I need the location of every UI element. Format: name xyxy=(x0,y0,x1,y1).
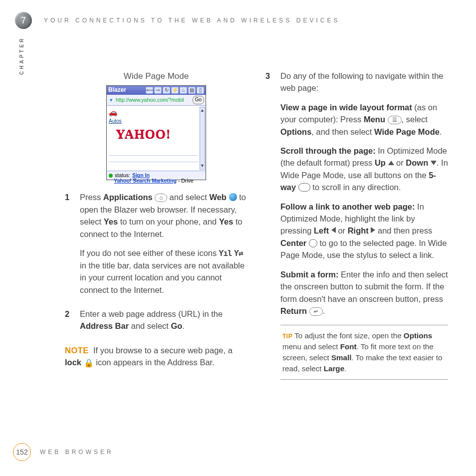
step-3-intro: Do any of the following to navigate with… xyxy=(280,70,448,94)
signal-arrows-icon: Ƴ⇄ xyxy=(234,248,242,258)
tip-box: TIP To adjust the font size, open the Op… xyxy=(280,325,448,380)
step-1: 1 Press Applications ⌂ and select Web to… xyxy=(65,191,247,303)
marketing-line: Yahoo! Search Marketing - Drive xyxy=(109,177,199,185)
page-header: YOUR CONNECTIONS TO THE WEB AND WIRELESS… xyxy=(44,17,340,24)
right-column: 3 Do any of the following to navigate wi… xyxy=(265,70,448,385)
step-number: 2 xyxy=(65,308,73,339)
up-arrow-icon xyxy=(388,161,394,165)
center-button-icon xyxy=(309,239,317,247)
web-globe-icon xyxy=(229,193,237,201)
yahoo-logo: YAHOO! xyxy=(116,125,199,144)
autos-link: Autos xyxy=(109,118,199,125)
scrollbar: ▲▼ xyxy=(200,107,205,170)
marketing-link: Yahoo! Search Marketing xyxy=(114,178,176,184)
step-2: 2 Enter a web page address (URL) in the … xyxy=(65,308,247,339)
step-number: 1 xyxy=(65,191,73,303)
note-label: NOTE xyxy=(65,346,89,355)
reload-icon: ↻ xyxy=(163,87,170,94)
search-line xyxy=(109,155,199,162)
down-arrow-icon xyxy=(431,161,437,165)
fig-go-button: Go xyxy=(193,96,204,104)
fig-titlebar: Blazer ⟸ ⇨ ↻ ⚡ ⌂ ▤ ▯ xyxy=(107,86,206,95)
menu-key-icon: ☰ xyxy=(388,116,402,124)
footer-section: WEB BROWSER xyxy=(40,449,114,456)
home-icon: ⌂ xyxy=(180,87,187,94)
forward-icon: ⇨ xyxy=(154,87,162,94)
lock-icon: 🔒 xyxy=(84,359,94,367)
step-3-wide: View a page in wide layout format (as on… xyxy=(280,101,448,138)
chapter-label: CHAPTER xyxy=(19,37,24,75)
step-number: 3 xyxy=(265,70,273,380)
step-1-p1: Press Applications ⌂ and select Web to o… xyxy=(80,191,247,240)
dropdown-icon: ▾ xyxy=(108,96,114,104)
figure-caption: Wide Page Mode xyxy=(65,70,247,82)
fig-app-name: Blazer xyxy=(108,86,126,95)
chapter-badge: 7 xyxy=(15,12,32,29)
page-number: 152 xyxy=(13,443,31,461)
page-icon: ▯ xyxy=(197,87,204,94)
note-paragraph: NOTE If you browse to a secure web page,… xyxy=(65,344,247,369)
back-icon: ⟸ xyxy=(146,87,153,94)
signal-icon: Ƴıl xyxy=(219,248,232,258)
bookmarks-icon: ▤ xyxy=(188,87,196,94)
step-3-submit: Submit a form: Enter the info and then s… xyxy=(280,268,448,317)
page-footer: 152 WEB BROWSER xyxy=(13,443,114,461)
return-key-icon: ↵ xyxy=(309,307,323,316)
tip-label: TIP xyxy=(282,333,292,340)
step-3: 3 Do any of the following to navigate wi… xyxy=(265,70,448,380)
step-2-p1: Enter a web page address (URL) in the Ad… xyxy=(80,308,247,332)
left-column: Wide Page Mode Blazer ⟸ ⇨ ↻ ⚡ ⌂ ▤ ▯ ▾ ht… xyxy=(65,70,247,385)
five-way-icon xyxy=(298,183,310,192)
applications-key-icon: ⌂ xyxy=(155,194,167,202)
step-1-p2: If you do not see either of these icons … xyxy=(80,247,247,296)
step-3-link: Follow a link to another web page: In Op… xyxy=(280,201,448,261)
bolt-icon: ⚡ xyxy=(171,87,179,94)
car-icon: 🚗 xyxy=(109,108,117,116)
fig-url-text: http://www.yahoo.com/?mobil xyxy=(116,96,191,104)
fig-address-bar: ▾ http://www.yahoo.com/?mobil Go xyxy=(107,95,206,106)
blazer-screenshot: Blazer ⟸ ⇨ ↻ ⚡ ⌂ ▤ ▯ ▾ http://www.yahoo.… xyxy=(106,85,206,180)
step-3-scroll: Scroll through the page: In Optimized Mo… xyxy=(280,145,448,194)
left-arrow-icon xyxy=(331,227,336,233)
